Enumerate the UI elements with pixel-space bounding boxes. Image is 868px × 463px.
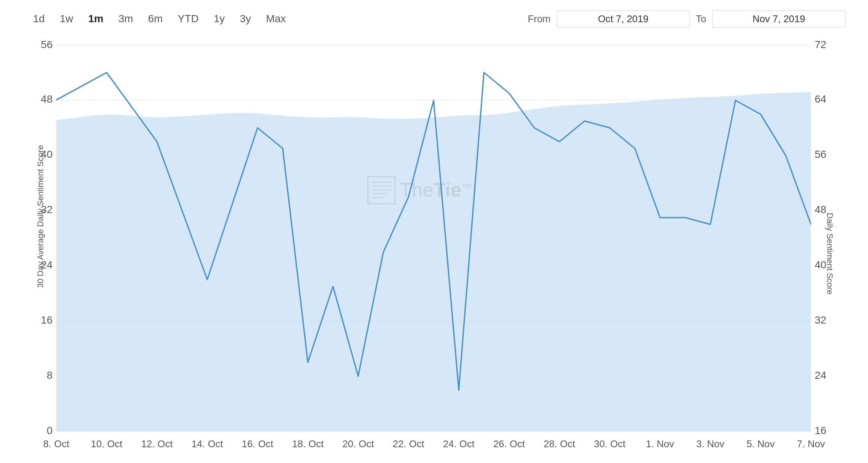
svg-text:8. Oct: 8. Oct bbox=[43, 438, 69, 449]
svg-text:10. Oct: 10. Oct bbox=[91, 438, 123, 449]
svg-text:1. Nov: 1. Nov bbox=[646, 438, 674, 449]
btn-ytd[interactable]: YTD bbox=[175, 11, 202, 26]
chart-container: 1d 1w 1m 3m 6m YTD 1y 3y Max From To 30 … bbox=[0, 0, 868, 463]
svg-text:40: 40 bbox=[41, 148, 53, 160]
svg-text:64: 64 bbox=[815, 93, 826, 105]
svg-text:TheTie™: TheTie™ bbox=[400, 179, 472, 201]
svg-text:16: 16 bbox=[41, 314, 53, 326]
svg-text:26. Oct: 26. Oct bbox=[493, 438, 525, 449]
svg-text:8: 8 bbox=[47, 369, 53, 381]
svg-text:72: 72 bbox=[815, 39, 826, 50]
svg-text:28. Oct: 28. Oct bbox=[544, 438, 576, 449]
svg-text:48: 48 bbox=[815, 204, 826, 215]
svg-text:24. Oct: 24. Oct bbox=[443, 438, 475, 449]
btn-max[interactable]: Max bbox=[263, 11, 289, 26]
main-chart-svg: 56 48 40 32 24 16 8 0 72 64 56 48 40 32 … bbox=[30, 34, 838, 463]
svg-text:24: 24 bbox=[41, 259, 53, 271]
to-date-input[interactable] bbox=[712, 11, 845, 27]
svg-text:56: 56 bbox=[815, 148, 826, 160]
svg-text:32: 32 bbox=[41, 204, 53, 215]
svg-text:48: 48 bbox=[41, 93, 53, 105]
svg-text:20. Oct: 20. Oct bbox=[342, 438, 374, 449]
to-label: To bbox=[696, 13, 706, 25]
svg-text:24: 24 bbox=[815, 369, 826, 381]
svg-text:12. Oct: 12. Oct bbox=[141, 438, 173, 449]
svg-text:40: 40 bbox=[815, 259, 826, 271]
svg-text:5. Nov: 5. Nov bbox=[746, 438, 775, 449]
svg-text:16: 16 bbox=[815, 425, 826, 436]
svg-text:14. Oct: 14. Oct bbox=[191, 438, 223, 449]
chart-area: 30 Day Average Daily Sentiment Score Dai… bbox=[0, 34, 868, 463]
svg-text:0: 0 bbox=[47, 425, 53, 436]
btn-3y[interactable]: 3y bbox=[237, 11, 254, 26]
btn-1y[interactable]: 1y bbox=[211, 11, 228, 26]
btn-1d[interactable]: 1d bbox=[30, 11, 48, 26]
btn-1w[interactable]: 1w bbox=[57, 11, 76, 26]
svg-text:7. Nov: 7. Nov bbox=[797, 438, 825, 449]
svg-text:22. Oct: 22. Oct bbox=[393, 438, 425, 449]
btn-6m[interactable]: 6m bbox=[145, 11, 166, 26]
svg-text:32: 32 bbox=[815, 314, 826, 326]
from-label: From bbox=[528, 13, 551, 25]
svg-text:56: 56 bbox=[41, 39, 53, 50]
btn-1m[interactable]: 1m bbox=[85, 11, 106, 26]
time-buttons: 1d 1w 1m 3m 6m YTD 1y 3y Max bbox=[30, 11, 289, 26]
svg-text:3. Nov: 3. Nov bbox=[696, 438, 724, 449]
toolbar: 1d 1w 1m 3m 6m YTD 1y 3y Max From To bbox=[0, 8, 868, 30]
btn-3m[interactable]: 3m bbox=[115, 11, 136, 26]
svg-text:18. Oct: 18. Oct bbox=[292, 438, 324, 449]
svg-text:30. Oct: 30. Oct bbox=[594, 438, 626, 449]
svg-text:16. Oct: 16. Oct bbox=[242, 438, 274, 449]
from-date-input[interactable] bbox=[557, 11, 690, 27]
date-range: From To bbox=[528, 11, 845, 27]
